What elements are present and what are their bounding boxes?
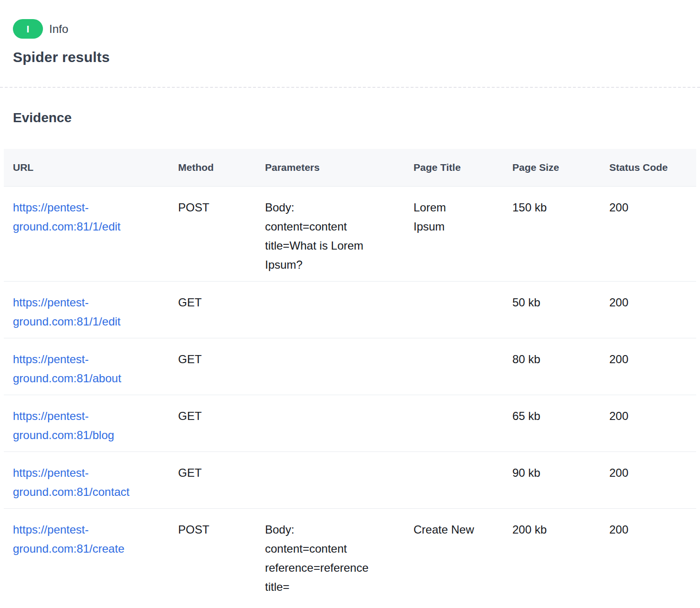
cell-url: https://pentest-ground.com:81/create bbox=[4, 509, 169, 604]
column-header-page-title: Page Title bbox=[404, 149, 503, 187]
cell-status-code: 200 bbox=[600, 282, 696, 338]
spider-results-page: I Info Spider results Evidence URL Metho… bbox=[0, 0, 700, 608]
column-header-page-size: Page Size bbox=[503, 149, 600, 187]
cell-parameters: Body: content=content reference=referenc… bbox=[256, 509, 404, 604]
table-row: https://pentest-ground.com:81/blog GET 6… bbox=[4, 395, 696, 452]
cell-url: https://pentest-ground.com:81/1/edit bbox=[4, 282, 169, 338]
url-link[interactable]: https://pentest-ground.com:81/blog bbox=[13, 409, 114, 441]
cell-status-code: 200 bbox=[600, 338, 696, 395]
cell-status-code: 200 bbox=[600, 395, 696, 452]
cell-parameters bbox=[256, 452, 404, 509]
cell-page-title bbox=[404, 338, 503, 395]
cell-page-title: Lorem Ipsum bbox=[404, 187, 503, 282]
cell-url: https://pentest-ground.com:81/contact bbox=[4, 452, 169, 509]
url-link[interactable]: https://pentest-ground.com:81/about bbox=[13, 353, 121, 385]
cell-url: https://pentest-ground.com:81/blog bbox=[4, 395, 169, 452]
column-header-status-code: Status Code bbox=[600, 149, 696, 187]
cell-status-code: 200 bbox=[600, 509, 696, 604]
cell-parameters: Body: content=content title=What is Lore… bbox=[256, 187, 404, 282]
url-link[interactable]: https://pentest-ground.com:81/1/edit bbox=[13, 296, 120, 328]
table-row: https://pentest-ground.com:81/contact GE… bbox=[4, 452, 696, 509]
evidence-table-wrap: URL Method Parameters Page Title Page Si… bbox=[4, 149, 696, 603]
info-severity-badge-icon: I bbox=[13, 19, 43, 39]
table-header-row: URL Method Parameters Page Title Page Si… bbox=[4, 149, 696, 187]
cell-page-title bbox=[404, 282, 503, 338]
table-row: https://pentest-ground.com:81/1/edit POS… bbox=[4, 187, 696, 282]
url-link[interactable]: https://pentest-ground.com:81/create bbox=[13, 523, 124, 555]
cell-parameters bbox=[256, 282, 404, 338]
cell-status-code: 200 bbox=[600, 452, 696, 509]
cell-page-size: 90 kb bbox=[503, 452, 600, 509]
cell-page-size: 50 kb bbox=[503, 282, 600, 338]
header-divider bbox=[0, 87, 700, 88]
cell-method: POST bbox=[169, 187, 256, 282]
url-link[interactable]: https://pentest-ground.com:81/1/edit bbox=[13, 201, 120, 233]
cell-method: GET bbox=[169, 395, 256, 452]
cell-status-code: 200 bbox=[600, 187, 696, 282]
column-header-url: URL bbox=[4, 149, 169, 187]
cell-method: POST bbox=[169, 509, 256, 604]
cell-parameters bbox=[256, 338, 404, 395]
cell-parameters bbox=[256, 395, 404, 452]
table-row: https://pentest-ground.com:81/1/edit GET… bbox=[4, 282, 696, 338]
column-header-parameters: Parameters bbox=[256, 149, 404, 187]
cell-page-size: 65 kb bbox=[503, 395, 600, 452]
table-row: https://pentest-ground.com:81/about GET … bbox=[4, 338, 696, 395]
table-row: https://pentest-ground.com:81/create POS… bbox=[4, 509, 696, 604]
evidence-section-title: Evidence bbox=[13, 110, 687, 126]
url-link[interactable]: https://pentest-ground.com:81/contact bbox=[13, 466, 129, 498]
page-title: Spider results bbox=[13, 49, 687, 66]
cell-method: GET bbox=[169, 282, 256, 338]
cell-method: GET bbox=[169, 338, 256, 395]
evidence-table: URL Method Parameters Page Title Page Si… bbox=[4, 149, 696, 603]
cell-page-title: Create New bbox=[404, 509, 503, 604]
cell-page-size: 150 kb bbox=[503, 187, 600, 282]
severity-label: Info bbox=[49, 22, 68, 36]
cell-page-size: 80 kb bbox=[503, 338, 600, 395]
cell-method: GET bbox=[169, 452, 256, 509]
column-header-method: Method bbox=[169, 149, 256, 187]
finding-header: I Info Spider results bbox=[0, 0, 700, 66]
cell-url: https://pentest-ground.com:81/1/edit bbox=[4, 187, 169, 282]
cell-page-title bbox=[404, 395, 503, 452]
cell-url: https://pentest-ground.com:81/about bbox=[4, 338, 169, 395]
severity-row: I Info bbox=[13, 19, 687, 39]
cell-page-size: 200 kb bbox=[503, 509, 600, 604]
cell-page-title bbox=[404, 452, 503, 509]
